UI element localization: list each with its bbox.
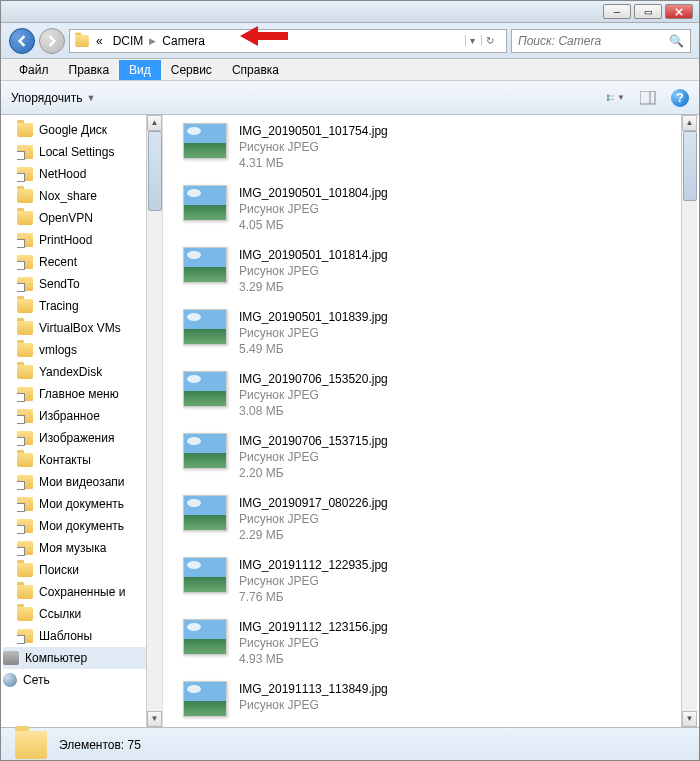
- sidebar-item[interactable]: Tracing: [17, 295, 162, 317]
- scroll-down-button[interactable]: ▼: [147, 711, 162, 727]
- shortcut-icon: [17, 629, 33, 643]
- sidebar-item[interactable]: Мои документь: [17, 493, 162, 515]
- sidebar-scrollbar[interactable]: ▲ ▼: [146, 115, 162, 727]
- file-item[interactable]: IMG_20190917_080226.jpg Рисунок JPEG 2.2…: [183, 495, 699, 543]
- close-button[interactable]: [665, 4, 693, 19]
- sidebar-item[interactable]: Мои видеозапи: [17, 471, 162, 493]
- forward-button[interactable]: [39, 28, 65, 54]
- file-type: Рисунок JPEG: [239, 697, 388, 713]
- minimize-button[interactable]: ─: [603, 4, 631, 19]
- menu-file[interactable]: Файл: [9, 60, 59, 80]
- sidebar-item[interactable]: Моя музыка: [17, 537, 162, 559]
- image-thumbnail: [183, 309, 227, 345]
- sidebar-item[interactable]: Google Диск: [17, 119, 162, 141]
- sidebar-item[interactable]: Local Settings: [17, 141, 162, 163]
- sidebar-item[interactable]: Шаблоны: [17, 625, 162, 647]
- shortcut-icon: [17, 475, 33, 489]
- menu-help[interactable]: Справка: [222, 60, 289, 80]
- sidebar-item[interactable]: YandexDisk: [17, 361, 162, 383]
- svg-rect-2: [607, 98, 609, 100]
- menu-view[interactable]: Вид: [119, 60, 161, 80]
- sidebar-item[interactable]: Мои документь: [17, 515, 162, 537]
- scroll-thumb[interactable]: [148, 131, 162, 211]
- file-item[interactable]: IMG_20190501_101804.jpg Рисунок JPEG 4.0…: [183, 185, 699, 233]
- scroll-thumb[interactable]: [683, 131, 697, 201]
- filelist-scrollbar[interactable]: ▲ ▼: [681, 115, 697, 727]
- sidebar-item[interactable]: Поиски: [17, 559, 162, 581]
- dropdown-icon[interactable]: ▾: [465, 35, 479, 46]
- preview-pane-button[interactable]: [639, 89, 657, 107]
- organize-button[interactable]: Упорядочить ▼: [11, 91, 95, 105]
- sidebar-item-label: PrintHood: [39, 233, 92, 247]
- file-item[interactable]: IMG_20191112_122935.jpg Рисунок JPEG 7.7…: [183, 557, 699, 605]
- breadcrumb-dcim[interactable]: DCIM: [109, 34, 148, 48]
- file-type: Рисунок JPEG: [239, 387, 388, 403]
- computer-icon: [3, 651, 19, 665]
- menu-edit[interactable]: Правка: [59, 60, 120, 80]
- sidebar-item-label: Сохраненные и: [39, 585, 125, 599]
- search-icon[interactable]: 🔍: [669, 34, 684, 48]
- sidebar-item-label: OpenVPN: [39, 211, 93, 225]
- navigation-pane[interactable]: Google Диск Local Settings NetHood Nox_s…: [1, 115, 163, 727]
- address-bar: « DCIM ▶ Camera ▾ ↻ 🔍: [1, 23, 699, 59]
- sidebar-item[interactable]: Ссылки: [17, 603, 162, 625]
- maximize-button[interactable]: ▭: [634, 4, 662, 19]
- search-input[interactable]: [518, 34, 669, 48]
- svg-rect-1: [607, 94, 609, 96]
- back-button[interactable]: [9, 28, 35, 54]
- shortcut-icon: [17, 387, 33, 401]
- file-size: 3.29 МБ: [239, 279, 388, 295]
- scroll-up-button[interactable]: ▲: [147, 115, 162, 131]
- file-item[interactable]: IMG_20190501_101839.jpg Рисунок JPEG 5.4…: [183, 309, 699, 357]
- sidebar-item-label: Мои документь: [39, 519, 124, 533]
- file-type: Рисунок JPEG: [239, 511, 388, 527]
- file-item[interactable]: IMG_20191113_113849.jpg Рисунок JPEG: [183, 681, 699, 717]
- sidebar-item-label: YandexDisk: [39, 365, 102, 379]
- sidebar-item[interactable]: SendTo: [17, 273, 162, 295]
- sidebar-item[interactable]: Компьютер: [3, 647, 162, 669]
- sidebar-item[interactable]: Избранное: [17, 405, 162, 427]
- file-item[interactable]: IMG_20191112_123156.jpg Рисунок JPEG 4.9…: [183, 619, 699, 667]
- sidebar-item-label: Изображения: [39, 431, 114, 445]
- breadcrumb-camera[interactable]: Camera: [158, 34, 209, 48]
- file-list-pane[interactable]: IMG_20190501_101754.jpg Рисунок JPEG 4.3…: [163, 115, 699, 727]
- sidebar-item[interactable]: vmlogs: [17, 339, 162, 361]
- folder-icon: [17, 607, 33, 621]
- file-name: IMG_20191113_113849.jpg: [239, 681, 388, 697]
- refresh-icon[interactable]: ↻: [481, 35, 498, 46]
- scroll-down-button[interactable]: ▼: [682, 711, 697, 727]
- image-thumbnail: [183, 185, 227, 221]
- sidebar-item[interactable]: PrintHood: [17, 229, 162, 251]
- file-item[interactable]: IMG_20190706_153715.jpg Рисунок JPEG 2.2…: [183, 433, 699, 481]
- folder-icon: [17, 321, 33, 335]
- breadcrumb[interactable]: « DCIM ▶ Camera ▾ ↻: [69, 29, 507, 53]
- file-name: IMG_20190706_153520.jpg: [239, 371, 388, 387]
- sidebar-item[interactable]: Recent: [17, 251, 162, 273]
- svg-rect-5: [640, 91, 655, 104]
- file-type: Рисунок JPEG: [239, 201, 388, 217]
- sidebar-item-label: Компьютер: [25, 651, 87, 665]
- sidebar-item[interactable]: Контакты: [17, 449, 162, 471]
- sidebar-item[interactable]: Главное меню: [17, 383, 162, 405]
- file-item[interactable]: IMG_20190501_101754.jpg Рисунок JPEG 4.3…: [183, 123, 699, 171]
- sidebar-item[interactable]: VirtualBox VMs: [17, 317, 162, 339]
- view-options-button[interactable]: ▼: [607, 89, 625, 107]
- file-type: Рисунок JPEG: [239, 573, 388, 589]
- shortcut-icon: [17, 541, 33, 555]
- sidebar-item[interactable]: Сохраненные и: [17, 581, 162, 603]
- sidebar-item[interactable]: Сеть: [3, 669, 162, 691]
- shortcut-icon: [17, 409, 33, 423]
- window-titlebar: ─ ▭: [1, 1, 699, 23]
- menu-service[interactable]: Сервис: [161, 60, 222, 80]
- file-item[interactable]: IMG_20190501_101814.jpg Рисунок JPEG 3.2…: [183, 247, 699, 295]
- sidebar-item[interactable]: OpenVPN: [17, 207, 162, 229]
- search-box[interactable]: 🔍: [511, 29, 691, 53]
- scroll-up-button[interactable]: ▲: [682, 115, 697, 131]
- sidebar-item[interactable]: Изображения: [17, 427, 162, 449]
- breadcrumb-root[interactable]: «: [92, 34, 107, 48]
- sidebar-item[interactable]: Nox_share: [17, 185, 162, 207]
- file-item[interactable]: IMG_20190706_153520.jpg Рисунок JPEG 3.0…: [183, 371, 699, 419]
- sidebar-item[interactable]: NetHood: [17, 163, 162, 185]
- file-type: Рисунок JPEG: [239, 139, 388, 155]
- help-button[interactable]: ?: [671, 89, 689, 107]
